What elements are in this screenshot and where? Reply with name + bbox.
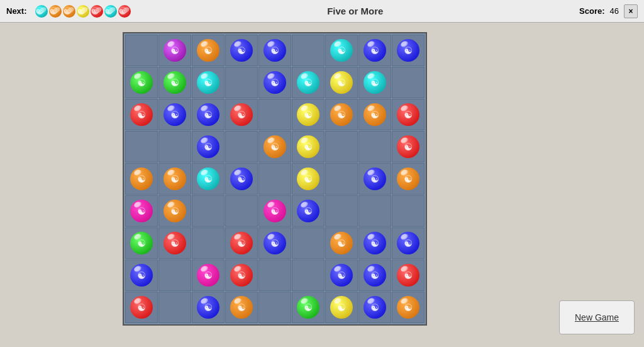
cell-1-0[interactable]: ☯: [125, 67, 158, 98]
cell-6-6[interactable]: ☯: [325, 227, 358, 259]
cell-1-1[interactable]: ☯: [158, 67, 191, 98]
cell-6-3[interactable]: ☯: [225, 227, 258, 259]
cell-7-7[interactable]: ☯: [358, 259, 391, 291]
cell-3-2[interactable]: ☯: [192, 131, 225, 162]
ball-blue: ☯: [164, 103, 186, 126]
cell-7-0[interactable]: ☯: [125, 259, 158, 291]
ball-orange: ☯: [230, 296, 253, 319]
cell-5-6[interactable]: [325, 195, 358, 227]
ball-purple: ☯: [164, 39, 186, 62]
cell-0-8[interactable]: ☯: [392, 35, 425, 66]
cell-3-4[interactable]: ☯: [258, 131, 291, 162]
cell-0-4[interactable]: ☯: [258, 35, 291, 66]
cell-7-3[interactable]: ☯: [225, 259, 258, 291]
cell-3-6[interactable]: [325, 131, 358, 162]
next-ball-cyan: [35, 5, 48, 18]
cell-4-5[interactable]: ☯: [292, 163, 325, 195]
cell-5-2[interactable]: [192, 195, 225, 227]
cell-2-6[interactable]: ☯: [325, 99, 358, 130]
cell-8-8[interactable]: ☯: [392, 292, 425, 323]
next-ball-yellow: [77, 5, 89, 18]
cell-5-4[interactable]: ☯: [258, 195, 291, 227]
cell-1-2[interactable]: ☯: [192, 67, 225, 98]
cell-4-0[interactable]: ☯: [125, 163, 158, 195]
main-area: ☯☯☯☯☯☯☯☯☯☯☯☯☯☯☯☯☯☯☯☯☯☯☯☯☯☯☯☯☯☯☯☯☯☯☯☯☯☯☯☯…: [0, 23, 644, 347]
cell-3-8[interactable]: ☯: [392, 131, 425, 162]
cell-7-8[interactable]: ☯: [392, 259, 425, 291]
cell-8-5[interactable]: ☯: [292, 292, 325, 323]
cell-0-5[interactable]: [292, 35, 325, 66]
cell-3-5[interactable]: ☯: [292, 131, 325, 162]
cell-7-2[interactable]: ☯: [192, 259, 225, 291]
cell-1-6[interactable]: ☯: [325, 67, 358, 98]
cell-5-1[interactable]: ☯: [158, 195, 191, 227]
ball-yellow: ☯: [297, 135, 319, 158]
cell-2-8[interactable]: ☯: [392, 99, 425, 130]
cell-6-8[interactable]: ☯: [392, 227, 425, 259]
cell-2-4[interactable]: [258, 99, 291, 130]
cell-2-0[interactable]: ☯: [125, 99, 158, 130]
cell-7-5[interactable]: [292, 259, 325, 291]
cell-6-1[interactable]: ☯: [158, 227, 191, 259]
cell-3-0[interactable]: [125, 131, 158, 162]
cell-8-3[interactable]: ☯: [225, 292, 258, 323]
ball-orange: ☯: [164, 168, 186, 190]
cell-5-5[interactable]: ☯: [292, 195, 325, 227]
cell-5-0[interactable]: ☯: [125, 195, 158, 227]
cell-1-8[interactable]: [392, 67, 425, 98]
cell-4-7[interactable]: ☯: [358, 163, 391, 195]
ball-yellow: ☯: [330, 296, 353, 319]
cell-0-1[interactable]: ☯: [158, 35, 191, 66]
ball-green: ☯: [130, 232, 153, 254]
cell-8-1[interactable]: [158, 292, 191, 323]
cell-6-7[interactable]: ☯: [358, 227, 391, 259]
cell-1-3[interactable]: [225, 67, 258, 98]
cell-4-4[interactable]: [258, 163, 291, 195]
cell-6-5[interactable]: [292, 227, 325, 259]
cell-4-1[interactable]: ☯: [158, 163, 191, 195]
cell-2-2[interactable]: ☯: [192, 99, 225, 130]
cell-6-0[interactable]: ☯: [125, 227, 158, 259]
cell-2-5[interactable]: ☯: [292, 99, 325, 130]
next-balls-container: [35, 5, 131, 18]
cell-4-6[interactable]: [325, 163, 358, 195]
cell-2-1[interactable]: ☯: [158, 99, 191, 130]
cell-4-3[interactable]: ☯: [225, 163, 258, 195]
cell-0-7[interactable]: ☯: [358, 35, 391, 66]
cell-2-7[interactable]: ☯: [358, 99, 391, 130]
next-label: Next:: [6, 6, 27, 16]
ball-magenta: ☯: [130, 200, 153, 222]
cell-3-7[interactable]: [358, 131, 391, 162]
cell-1-7[interactable]: ☯: [358, 67, 391, 98]
cell-4-2[interactable]: ☯: [192, 163, 225, 195]
cell-8-0[interactable]: ☯: [125, 292, 158, 323]
cell-7-1[interactable]: [158, 259, 191, 291]
cell-4-8[interactable]: ☯: [392, 163, 425, 195]
new-game-button[interactable]: New Game: [559, 300, 635, 334]
cell-2-3[interactable]: ☯: [225, 99, 258, 130]
cell-5-3[interactable]: [225, 195, 258, 227]
ball-red: ☯: [130, 296, 153, 319]
cell-1-4[interactable]: ☯: [258, 67, 291, 98]
cell-6-4[interactable]: ☯: [258, 227, 291, 259]
cell-5-7[interactable]: [358, 195, 391, 227]
cell-0-6[interactable]: ☯: [325, 35, 358, 66]
cell-7-4[interactable]: [258, 259, 291, 291]
cell-6-2[interactable]: [192, 227, 225, 259]
cell-1-5[interactable]: ☯: [292, 67, 325, 98]
cell-3-1[interactable]: [158, 131, 191, 162]
next-ball-orange: [49, 5, 62, 18]
ball-red: ☯: [164, 232, 186, 254]
cell-8-4[interactable]: [258, 292, 291, 323]
cell-3-3[interactable]: [225, 131, 258, 162]
cell-0-2[interactable]: ☯: [192, 35, 225, 66]
cell-8-7[interactable]: ☯: [358, 292, 391, 323]
cell-7-6[interactable]: ☯: [325, 259, 358, 291]
next-ball-cyan: [104, 5, 117, 18]
close-button[interactable]: ×: [624, 4, 638, 18]
cell-0-3[interactable]: ☯: [225, 35, 258, 66]
cell-8-6[interactable]: ☯: [325, 292, 358, 323]
cell-5-8[interactable]: [392, 195, 425, 227]
cell-8-2[interactable]: ☯: [192, 292, 225, 323]
cell-0-0[interactable]: [125, 35, 158, 66]
